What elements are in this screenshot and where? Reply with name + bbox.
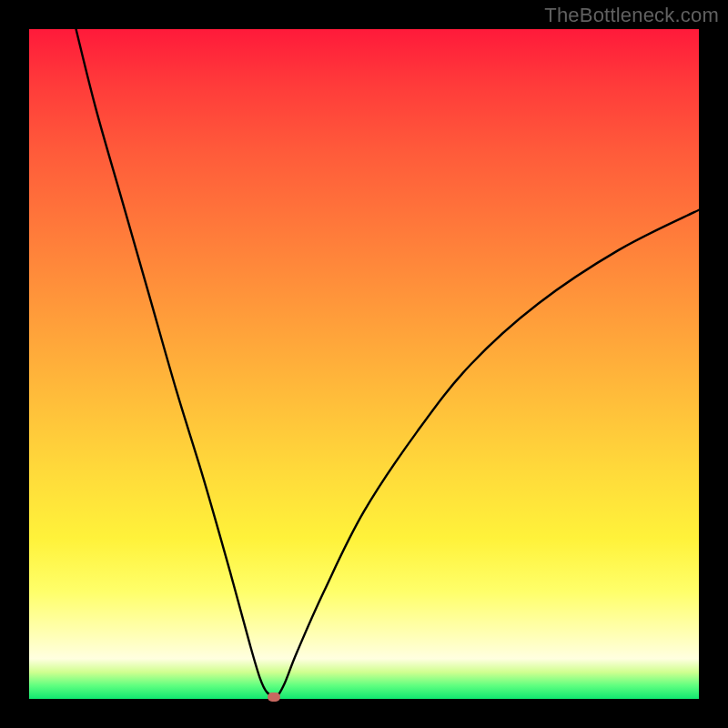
attribution-label: TheBottleneck.com — [544, 4, 719, 27]
optimal-point-marker — [268, 693, 280, 702]
plot-area — [29, 29, 699, 699]
chart-frame: TheBottleneck.com — [0, 0, 728, 728]
bottleneck-curve — [29, 29, 699, 699]
